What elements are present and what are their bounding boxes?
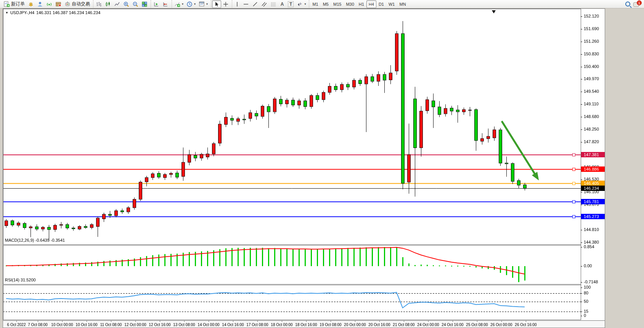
person-icon [37,1,43,7]
text-label-button[interactable]: T [286,0,295,8]
timeframe-w1-button[interactable]: W1 [386,0,397,8]
tile-windows-icon [141,1,148,7]
zoom-in-icon [123,1,129,7]
timeframe-group: M1M5M15M30H1H4D1W1MN [309,0,409,8]
auto-trading-label: 自动交易 [72,1,90,7]
main-toolbar: 新订单 自动交易 [0,0,644,8]
cursor-arrow-icon [214,1,220,7]
signal-icon [46,1,52,7]
text-label-icon: T [288,1,294,7]
timeframe-h1-button[interactable]: H1 [357,0,366,8]
toolbar-group-trade: 新订单 自动交易 [2,0,92,8]
toolbar-group-cursor [211,0,231,8]
auto-scroll-button[interactable] [152,0,161,8]
fibonacci-button[interactable] [269,0,278,8]
signals-button[interactable] [45,0,54,8]
crosshair-icon [223,1,229,7]
indicators-icon [174,1,180,7]
zoom-out-button[interactable] [131,0,140,8]
crosshair-button[interactable] [221,0,230,8]
zoom-out-icon [132,1,138,7]
chart-menu-triangle-icon[interactable]: ▼ [5,11,8,15]
timeframe-mn-button[interactable]: MN [397,0,408,8]
toolbar-group-insert: ▾ ▾ ▾ [172,0,210,8]
horizontal-line-icon [243,1,249,7]
indicators-caret-icon: ▾ [182,2,183,6]
timeframe-d1-button[interactable]: D1 [376,0,386,8]
chat-button[interactable]: 1 [633,1,640,7]
toolbar-group-scroll [151,0,171,8]
symbol-period-label: USDJPY-,H4 [10,10,34,15]
arrows-button[interactable]: ▾ [295,0,307,8]
rsi-indicator-label: RSI(14) 31.5200 [5,278,36,282]
new-order-label: 新订单 [11,1,25,7]
notification-badge: 1 [637,0,642,5]
empty-area [605,8,644,328]
timeframe-m5-button[interactable]: M5 [321,0,331,8]
indicators-button[interactable]: ▾ [173,0,185,8]
quotes-button[interactable] [26,0,35,8]
channel-icon [261,1,267,7]
toolbar-group-chartmode [93,0,150,8]
search-icon[interactable] [625,2,630,6]
timeframe-m15-button[interactable]: M15 [331,0,344,8]
market-button[interactable] [54,0,63,8]
chart-title: ▼ USDJPY-,H4 146.331 146.387 146.234 146… [5,10,100,15]
chart-shift-button[interactable] [161,0,170,8]
timeframe-h4-button[interactable]: H4 [366,0,376,8]
vertical-line-button[interactable] [233,0,241,8]
market-box-icon [55,1,61,7]
toolbar-group-objects: A T ▾ [232,0,308,8]
community-button[interactable] [35,0,45,8]
gold-bar-icon [28,1,34,7]
fibonacci-icon [270,1,276,7]
line-chart-icon [114,1,120,7]
auto-trading-icon [64,1,71,7]
trendline-button[interactable] [251,0,260,8]
periods-button[interactable]: ▾ [185,0,197,8]
periods-caret-icon: ▾ [194,2,196,6]
tile-windows-button[interactable] [140,0,149,8]
chart-window: ▼ USDJPY-,H4 146.331 146.387 146.234 146… [3,8,605,328]
template-icon [199,1,205,7]
bar-chart-button[interactable] [94,0,103,8]
zoom-in-button[interactable] [122,0,131,8]
candle-chart-icon [105,1,111,7]
macd-indicator-label: MACD(12,26,9) -0.6435 -0.3541 [5,238,65,242]
clock-icon [186,1,193,7]
toolbar-right: 1 [625,1,642,7]
timeframe-m1-button[interactable]: M1 [310,0,320,8]
new-order-button[interactable]: 新订单 [2,0,26,8]
templates-button[interactable]: ▾ [197,0,209,8]
new-order-icon [4,1,10,7]
bar-chart-icon [96,1,102,7]
trendline-icon [252,1,258,7]
equidistant-channel-button[interactable] [260,0,269,8]
price-chart-canvas[interactable] [3,9,605,328]
auto-scroll-icon [153,1,159,7]
templates-caret-icon: ▾ [206,2,208,6]
vertical-line-icon [234,1,240,7]
text-icon: A [281,2,284,7]
auto-trading-button[interactable]: 自动交易 [63,0,92,8]
arrows-caret-icon: ▾ [304,2,306,6]
horizontal-line-button[interactable] [241,0,251,8]
candle-chart-button[interactable] [103,0,112,8]
cursor-button[interactable] [212,0,221,8]
text-button[interactable]: A [278,0,286,8]
shapes-arrows-icon [297,1,303,7]
ohlc-quote-label: 146.331 146.387 146.234 146.234 [36,10,100,15]
line-chart-button[interactable] [112,0,122,8]
timeframe-m30-button[interactable]: M30 [344,0,356,8]
chart-shift-icon [162,1,169,7]
